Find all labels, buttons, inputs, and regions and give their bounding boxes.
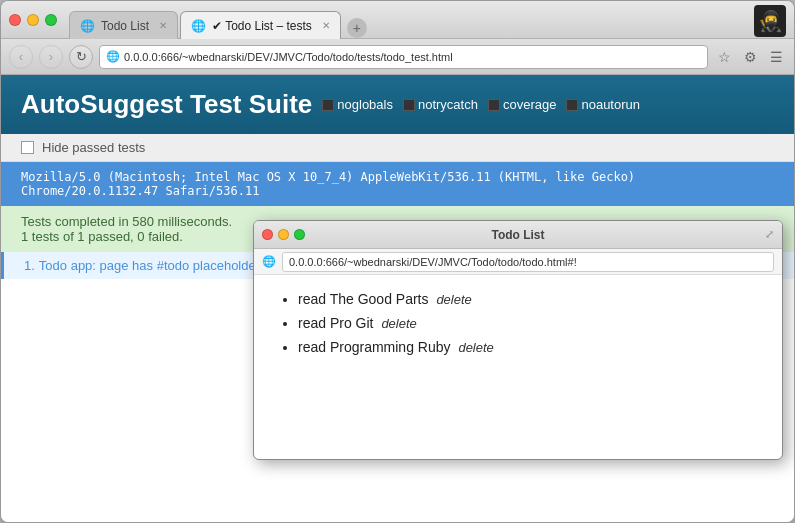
inner-address-input[interactable]: 0.0.0.0:666/~wbednarski/DEV/JMVC/Todo/to… (282, 252, 774, 272)
title-bar: 🌐 Todo List ✕ 🌐 ✔ Todo List – tests ✕ + … (1, 1, 794, 39)
inner-traffic-lights (262, 229, 305, 240)
tab-todo-icon: 🌐 (80, 19, 95, 33)
todo-list: read The Good Parts delete read Pro Git … (274, 291, 762, 355)
qunit-header: AutoSuggest Test Suite noglobals notryca… (1, 75, 794, 134)
forward-button[interactable]: › (39, 45, 63, 69)
tab-todo[interactable]: 🌐 Todo List ✕ (69, 11, 178, 39)
tab-tests-close[interactable]: ✕ (322, 20, 330, 31)
address-icon: 🌐 (106, 50, 120, 63)
coverage-label: coverage (503, 97, 556, 112)
back-button[interactable]: ‹ (9, 45, 33, 69)
delete-link-2[interactable]: delete (381, 316, 416, 331)
close-button[interactable] (9, 14, 21, 26)
inner-title-bar: Todo List ⤢ (254, 221, 782, 249)
todo-text-2: read Pro Git (298, 315, 373, 331)
inner-minimize-button[interactable] (278, 229, 289, 240)
tab-tests-icon: 🌐 (191, 19, 206, 33)
tabs-area: 🌐 Todo List ✕ 🌐 ✔ Todo List – tests ✕ + (69, 1, 786, 38)
traffic-lights (9, 14, 57, 26)
new-tab-button[interactable]: + (347, 18, 367, 38)
list-item: read Programming Ruby delete (298, 339, 762, 355)
inner-addr-icon: 🌐 (262, 255, 276, 268)
back-icon: ‹ (19, 49, 23, 64)
test-name-module[interactable]: Todo app: (39, 258, 96, 273)
todo-text-1: read The Good Parts (298, 291, 428, 307)
inner-browser: Todo List ⤢ 🌐 0.0.0.0:666/~wbednarski/DE… (253, 220, 783, 460)
qunit-option-notrycatch[interactable]: notrycatch (403, 97, 478, 112)
coverage-checkbox[interactable] (488, 99, 500, 111)
address-bar[interactable]: 🌐 0.0.0.0:666/~wbednarski/DEV/JMVC/Todo/… (99, 45, 708, 69)
notrycatch-checkbox[interactable] (403, 99, 415, 111)
todo-text-3: read Programming Ruby (298, 339, 451, 355)
inner-maximize-button[interactable] (294, 229, 305, 240)
user-agent-text: Mozilla/5.0 (Macintosh; Intel Mac OS X 1… (21, 170, 635, 198)
test-name-detail: page has #todo placeholder (100, 258, 260, 273)
inner-content: read The Good Parts delete read Pro Git … (254, 275, 782, 459)
menu-icon[interactable]: ☰ (766, 47, 786, 67)
qunit-option-noglobals[interactable]: noglobals (322, 97, 393, 112)
inner-browser-title: Todo List (491, 228, 544, 242)
gear-icon[interactable]: ⚙ (740, 47, 760, 67)
delete-link-3[interactable]: delete (458, 340, 493, 355)
inner-address-bar: 🌐 0.0.0.0:666/~wbednarski/DEV/JMVC/Todo/… (254, 249, 782, 275)
qunit-toolbar: Hide passed tests (1, 134, 794, 162)
tab-todo-label: Todo List (101, 19, 149, 33)
list-item: read Pro Git delete (298, 315, 762, 331)
qunit-option-noautorun[interactable]: noautorun (566, 97, 640, 112)
delete-link-1[interactable]: delete (436, 292, 471, 307)
noglobals-label: noglobals (337, 97, 393, 112)
test-number: 1. (24, 258, 35, 273)
qunit-option-coverage[interactable]: coverage (488, 97, 556, 112)
tab-tests-label: ✔ Todo List – tests (212, 19, 312, 33)
forward-icon: › (49, 49, 53, 64)
inner-expand-icon[interactable]: ⤢ (765, 228, 774, 241)
toolbar: ‹ › ↻ 🌐 0.0.0.0:666/~wbednarski/DEV/JMVC… (1, 39, 794, 75)
outer-browser: 🌐 Todo List ✕ 🌐 ✔ Todo List – tests ✕ + … (0, 0, 795, 523)
list-item: read The Good Parts delete (298, 291, 762, 307)
inner-address-text: 0.0.0.0:666/~wbednarski/DEV/JMVC/Todo/to… (289, 256, 577, 268)
page-content: AutoSuggest Test Suite noglobals notryca… (1, 75, 794, 522)
hide-passed-label: Hide passed tests (42, 140, 145, 155)
address-text: 0.0.0.0:666/~wbednarski/DEV/JMVC/Todo/to… (124, 51, 701, 63)
tab-tests[interactable]: 🌐 ✔ Todo List – tests ✕ (180, 11, 341, 39)
reload-icon: ↻ (76, 49, 87, 64)
maximize-button[interactable] (45, 14, 57, 26)
noglobals-checkbox[interactable] (322, 99, 334, 111)
minimize-button[interactable] (27, 14, 39, 26)
tab-todo-close[interactable]: ✕ (159, 20, 167, 31)
reload-button[interactable]: ↻ (69, 45, 93, 69)
hide-passed-checkbox[interactable] (21, 141, 34, 154)
qunit-title: AutoSuggest Test Suite noglobals notryca… (21, 89, 774, 120)
bookmark-icon[interactable]: ☆ (714, 47, 734, 67)
ninja-icon: 🥷 (754, 5, 786, 37)
inner-close-button[interactable] (262, 229, 273, 240)
notrycatch-label: notrycatch (418, 97, 478, 112)
qunit-title-text: AutoSuggest Test Suite (21, 89, 312, 120)
noautorun-checkbox[interactable] (566, 99, 578, 111)
noautorun-label: noautorun (581, 97, 640, 112)
user-agent-bar: Mozilla/5.0 (Macintosh; Intel Mac OS X 1… (1, 162, 794, 206)
